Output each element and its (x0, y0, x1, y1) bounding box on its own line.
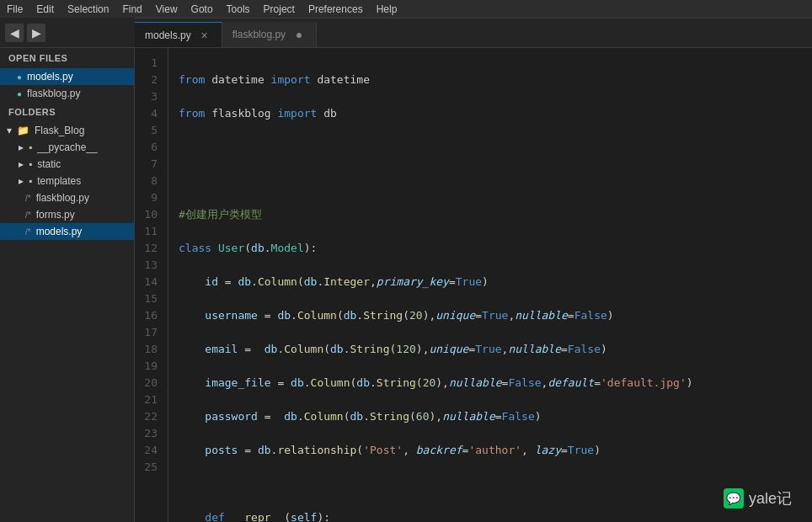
open-files-title: OPEN FILES (0, 48, 134, 68)
sidebar-open-flaskblog-py[interactable]: ● flaskblog.py (0, 85, 134, 102)
folder-label: static (37, 158, 61, 170)
folder-label: Flask_Blog (35, 125, 84, 136)
close-tab-flaskblog[interactable]: ● (292, 28, 306, 41)
open-file-label: flaskblog.py (27, 88, 80, 99)
watermark-label: yale记 (749, 488, 792, 509)
tab-label: flaskblog.py (232, 29, 286, 40)
file-marker: /* (25, 194, 31, 203)
file-marker: /* (25, 210, 31, 220)
folder-expand-icon: ▸ (19, 175, 24, 187)
menu-file[interactable]: File (7, 3, 23, 15)
folder-expand-icon: ▸ (19, 158, 24, 170)
sidebar-root-folder[interactable]: ▾ 📁 Flask_Blog (0, 122, 134, 139)
menu-edit[interactable]: Edit (36, 3, 54, 15)
menu-tools[interactable]: Tools (227, 3, 250, 15)
folder-icon: ▪ (29, 141, 32, 153)
sidebar-forms-file[interactable]: /* forms.py (0, 206, 134, 223)
sidebar-static-folder[interactable]: ▸ ▪ static (0, 156, 134, 173)
file-label: models.py (36, 226, 83, 237)
menu-selection[interactable]: Selection (67, 3, 109, 15)
tab-label: models.py (145, 29, 191, 41)
code-editor[interactable]: 1 2 3 4 5 6 7 8 9 10 11 12 13 14 15 16 1 (135, 48, 812, 522)
close-tab-models[interactable]: × (198, 29, 211, 42)
wechat-icon: 💬 (724, 488, 744, 509)
sidebar-pycache-folder[interactable]: ▸ ▪ __pycache__ (0, 139, 134, 156)
nav-forward-button[interactable]: ▶ (27, 24, 45, 42)
menu-find[interactable]: Find (122, 3, 142, 15)
tab-models-py[interactable]: models.py × (135, 22, 222, 47)
open-file-label: models.py (27, 71, 73, 83)
menu-help[interactable]: Help (377, 3, 398, 15)
menu-preferences[interactable]: Preferences (308, 3, 363, 15)
sidebar-open-models-py[interactable]: ● models.py (0, 68, 134, 85)
file-label: forms.py (36, 209, 75, 221)
folder-icon: ▪ (29, 175, 32, 187)
nav-back-button[interactable]: ◀ (5, 24, 24, 42)
menubar: File Edit Selection Find View Goto Tools… (0, 0, 812, 19)
sidebar: OPEN FILES ● models.py ● flaskblog.py FO… (0, 48, 135, 522)
sidebar-models-file[interactable]: /* models.py (0, 223, 134, 240)
folder-expand-icon: ▸ (19, 141, 24, 153)
tab-flaskblog-py[interactable]: flaskblog.py ● (222, 22, 317, 47)
file-icon: ● (17, 72, 22, 82)
folder-expand-icon: ▾ (7, 125, 12, 136)
file-label: flaskblog.py (36, 192, 89, 204)
folder-icon: 📁 (17, 125, 29, 136)
folders-title: FOLDERS (0, 102, 134, 122)
folder-label: __pycache__ (37, 141, 97, 153)
line-numbers: 1 2 3 4 5 6 7 8 9 10 11 12 13 14 15 16 1 (135, 48, 168, 522)
watermark: 💬 yale记 (717, 485, 799, 512)
menu-view[interactable]: View (156, 3, 178, 15)
folder-label: templates (37, 175, 81, 187)
file-marker: /* (25, 227, 31, 237)
sidebar-flaskblog-file[interactable]: /* flaskblog.py (0, 189, 134, 206)
code-content: from datetime import datetime from flask… (168, 48, 812, 522)
menu-project[interactable]: Project (264, 3, 295, 15)
sidebar-templates-folder[interactable]: ▸ ▪ templates (0, 173, 134, 189)
file-icon: ● (17, 89, 22, 99)
folder-icon: ▪ (29, 158, 32, 170)
menu-goto[interactable]: Goto (191, 3, 213, 15)
